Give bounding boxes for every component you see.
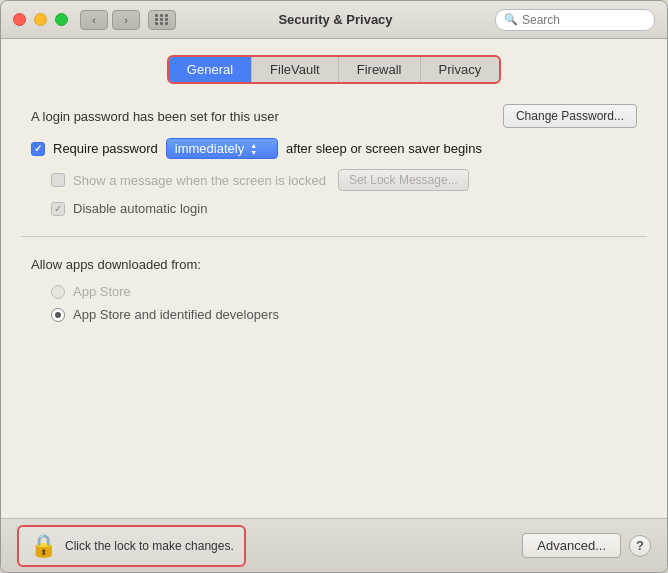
require-password-label: Require password — [53, 141, 158, 156]
maximize-button[interactable] — [55, 13, 68, 26]
search-box[interactable]: 🔍 — [495, 9, 655, 31]
lock-icon-wrapper: 🔒 — [29, 532, 57, 560]
minimize-button[interactable] — [34, 13, 47, 26]
content-area: General FileVault Firewall Privacy A log… — [1, 39, 667, 518]
require-password-checkbox[interactable] — [31, 142, 45, 156]
immediately-label: immediately — [175, 141, 244, 156]
login-password-text: A login password has been set for this u… — [31, 109, 279, 124]
close-button[interactable] — [13, 13, 26, 26]
show-message-label: Show a message when the screen is locked — [73, 173, 326, 188]
search-input[interactable] — [522, 13, 646, 27]
traffic-lights — [13, 13, 68, 26]
bottom-bar: 🔒 Click the lock to make changes. Advanc… — [1, 518, 667, 572]
tab-general[interactable]: General — [169, 57, 252, 82]
tab-filevault[interactable]: FileVault — [252, 57, 339, 82]
settings-area: A login password has been set for this u… — [21, 104, 647, 518]
nav-buttons: ‹ › — [80, 10, 140, 30]
tabs-wrapper: General FileVault Firewall Privacy — [167, 55, 501, 84]
lock-icon: 🔒 — [30, 533, 57, 559]
lock-section: 🔒 Click the lock to make changes. — [17, 525, 246, 567]
downloads-section: Allow apps downloaded from: App Store Ap… — [21, 237, 647, 518]
tab-privacy[interactable]: Privacy — [421, 57, 500, 82]
require-password-row: Require password immediately ▲▼ after sl… — [21, 138, 647, 159]
forward-button[interactable]: › — [112, 10, 140, 30]
titlebar: ‹ › Security & Privacy 🔍 — [1, 1, 667, 39]
login-section: A login password has been set for this u… — [21, 104, 647, 237]
stepper-icon: ▲▼ — [250, 142, 257, 156]
search-icon: 🔍 — [504, 13, 518, 26]
grid-icon — [155, 14, 169, 25]
lock-text: Click the lock to make changes. — [65, 539, 234, 553]
downloads-title: Allow apps downloaded from: — [31, 257, 637, 272]
security-privacy-window: ‹ › Security & Privacy 🔍 General FileVau… — [0, 0, 668, 573]
advanced-button[interactable]: Advanced... — [522, 533, 621, 558]
app-store-identified-radio[interactable] — [51, 308, 65, 322]
disable-autologin-row: Disable automatic login — [21, 201, 647, 216]
tabs-container: General FileVault Firewall Privacy — [21, 55, 647, 84]
bottom-right: Advanced... ? — [522, 533, 651, 558]
after-sleep-text: after sleep or screen saver begins — [286, 141, 482, 156]
set-lock-message-button[interactable]: Set Lock Message... — [338, 169, 469, 191]
app-store-label: App Store — [73, 284, 131, 299]
login-password-row: A login password has been set for this u… — [21, 104, 647, 128]
app-store-radio-row: App Store — [31, 284, 637, 299]
show-message-row: Show a message when the screen is locked… — [21, 169, 647, 191]
immediately-dropdown[interactable]: immediately ▲▼ — [166, 138, 278, 159]
back-button[interactable]: ‹ — [80, 10, 108, 30]
app-store-identified-radio-row: App Store and identified developers — [31, 307, 637, 322]
show-message-checkbox[interactable] — [51, 173, 65, 187]
help-button[interactable]: ? — [629, 535, 651, 557]
tab-firewall[interactable]: Firewall — [339, 57, 421, 82]
change-password-button[interactable]: Change Password... — [503, 104, 637, 128]
chevron-right-icon: › — [124, 14, 128, 26]
app-store-radio[interactable] — [51, 285, 65, 299]
disable-autologin-checkbox[interactable] — [51, 202, 65, 216]
chevron-left-icon: ‹ — [92, 14, 96, 26]
grid-button[interactable] — [148, 10, 176, 30]
app-store-identified-label: App Store and identified developers — [73, 307, 279, 322]
window-title: Security & Privacy — [176, 12, 495, 27]
disable-autologin-label: Disable automatic login — [73, 201, 207, 216]
